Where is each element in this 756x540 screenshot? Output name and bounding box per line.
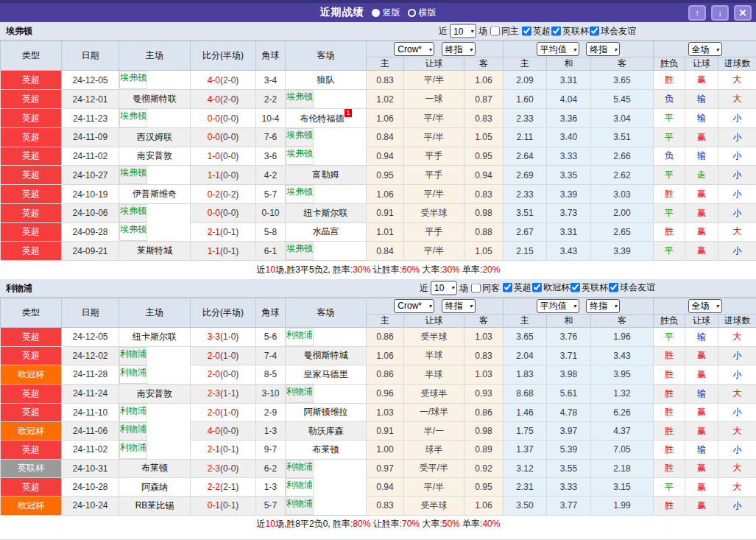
avg-away-odds: 2.66 [591,147,654,166]
avg-draw-odds: 4.04 [547,90,591,109]
avg-home-odds: 3.50 [504,497,547,516]
league-checkbox[interactable] [609,283,618,292]
away-team-cell: 利物浦 [286,478,314,497]
score-cell: 2-3(1-1) [191,384,256,403]
handicap-line: 一球 [404,90,464,109]
result-winloss: 胜 [654,422,685,441]
league-filter[interactable]: 欧冠杯 [531,281,570,294]
close-icon: ✕ [739,7,747,18]
recent-count-select[interactable]: 10 [450,24,476,38]
result-winloss: 平 [654,128,685,147]
avg-odds-select[interactable]: 平均值 [537,299,579,313]
result-handicap: 赢 [685,185,718,204]
corners-cell: 10-4 [256,109,286,128]
league-checkbox[interactable] [522,26,531,35]
arrow-down-icon: ↓ [718,8,722,18]
league-filter[interactable]: 英超 [521,24,551,37]
result-winloss: 平 [654,166,685,185]
subcol-avg-away: 客 [591,57,654,71]
move-down-button[interactable]: ↓ [711,5,729,21]
score-cell: 2-2(2-1) [191,478,256,497]
away-team-cell: 富勒姆 [286,166,367,185]
league-filter-group: 英超英联杯球会友谊 [521,24,636,38]
final-odds-select[interactable]: 终指 [442,42,476,56]
home-team-cell: 南安普敦 [119,384,191,403]
league-badge: 英超 [1,90,62,109]
odds-source-select[interactable]: Crow* [394,42,434,56]
away-team-cell: 阿斯顿维拉 [286,403,367,422]
close-button[interactable]: ✕ [734,5,752,21]
league-checkbox[interactable] [570,283,580,292]
corners-cell: 1-3 [256,422,286,441]
league-filter[interactable]: 球会友谊 [608,281,655,294]
arrow-up-icon: ↑ [695,8,699,18]
final-odds-select2[interactable]: 终指 [586,42,620,56]
subcol-goals: 进球数 [718,57,756,71]
recent-count-select[interactable]: 10 [431,281,457,295]
radio-horizontal[interactable]: 横版 [408,7,437,19]
handicap-away-odds: 0.83 [464,185,504,204]
near-label: 近 [439,25,448,38]
home-team-cell: 纽卡斯尔联 [119,327,191,346]
radio-vertical-icon[interactable] [372,9,380,17]
handicap-line: 受平/半 [404,459,464,478]
league-filter[interactable]: 英联杯 [570,281,608,294]
handicap-home-odds: 1.01 [367,222,404,242]
avg-home-odds: 3.51 [504,204,547,223]
match-row: 英超24-10-19伊普斯维奇0-2(0-2)5-7埃弗顿1.06平/半0.83… [1,185,756,204]
league-badge: 英超 [1,242,62,261]
home-team-cell: 伊普斯维奇 [119,185,191,204]
radio-vertical[interactable]: 竖版 [372,7,400,19]
result-goals: 大 [718,384,756,403]
corners-cell: 6-2 [256,459,286,478]
avg-draw-odds: 3.73 [547,204,591,223]
league-badge: 欧冠杯 [1,422,62,441]
avg-odds-select[interactable]: 平均值 [537,42,579,56]
home-team-cell: 利物浦 [119,347,147,365]
move-up-button[interactable]: ↑ [688,5,706,21]
handicap-home-odds: 0.91 [367,422,404,441]
avg-home-odds: 1.83 [504,365,547,385]
avg-home-odds: 1.60 [504,90,547,109]
fullmatch-select[interactable]: 全场 [688,42,722,56]
handicap-odds-group: Crow*▾ 终指▾ [367,41,504,57]
league-badge: 英联杯 [1,459,62,478]
corners-cell: 1-3 [256,478,286,497]
league-checkbox[interactable] [532,283,542,292]
same-venue-checkbox[interactable] [490,27,500,36]
date-cell: 24-09-21 [62,242,119,261]
home-team-cell: 利物浦 [119,422,147,441]
match-row: 英超24-09-28埃弗顿2-1(0-1)5-8水晶宫1.01平手0.882.6… [1,222,756,242]
same-venue-filter[interactable]: 同客 [470,281,500,294]
score-cell: 4-0(2-0) [191,90,256,109]
league-checkbox[interactable] [503,283,512,292]
subcol-avg-home: 主 [504,57,547,71]
home-team-cell: 利物浦 [119,365,147,384]
subcol-avg-home: 主 [504,314,547,327]
col-header-score: 比分(半场) [191,298,256,327]
league-filter[interactable]: 英联杯 [551,24,589,37]
same-venue-filter[interactable]: 同主 [490,25,519,38]
radio-horizontal-icon[interactable] [408,9,416,17]
league-filter[interactable]: 球会友谊 [589,24,636,37]
away-team-cell: 利物浦 [286,460,314,478]
odds-source-select[interactable]: Crow* [394,299,434,313]
col-header-home: 主场 [119,298,191,327]
result-handicap: 输 [685,441,718,460]
same-venue-checkbox[interactable] [471,283,481,292]
league-checkbox[interactable] [590,26,599,35]
avg-away-odds: 3.15 [591,478,654,497]
handicap-line: 一/球半 [404,403,464,422]
league-filter[interactable]: 英超 [502,281,531,294]
home-team-cell: 南安普敦 [119,147,191,166]
fullmatch-select[interactable]: 全场 [688,299,722,313]
handicap-away-odds: 0.95 [464,147,504,166]
result-handicap: 赢 [685,403,718,422]
league-checkbox[interactable] [551,26,561,35]
team-section-everton: 埃弗顿 近 10 ▾ 场 同主 英超英联杯球会友谊 [0,22,756,279]
away-team-cell: 埃弗顿 [286,185,314,203]
final-odds-select2[interactable]: 终指 [586,299,620,313]
result-goals: 小 [718,109,756,128]
final-odds-select[interactable]: 终指 [442,299,476,313]
away-team-cell: 利物浦 [286,385,314,403]
